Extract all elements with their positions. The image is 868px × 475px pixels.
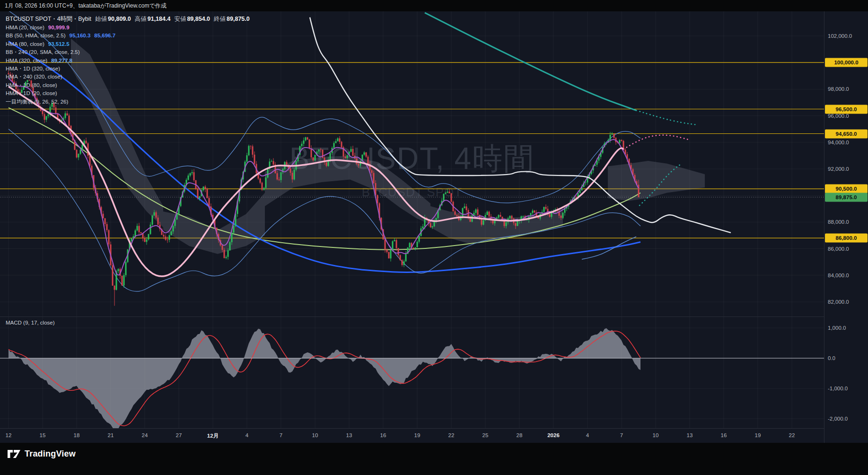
price-axis[interactable]: 102,000.0100,000.098,000.096,500.096,000…: [824, 11, 868, 443]
time-axis-label: 10: [312, 432, 318, 438]
ohlc-value: 89,854.0: [187, 16, 210, 22]
symbol-title: BTCUSDT SPOT・4時間・Bybit: [6, 16, 91, 22]
ohlc-value: 91,184.4: [148, 16, 171, 22]
tradingview-logo-text: TradingView: [25, 449, 76, 459]
legend-indicator-row[interactable]: HMA・240 (320, close): [6, 73, 250, 81]
indicator-label: HMA (20, close): [6, 25, 44, 30]
time-axis-label: 10: [653, 432, 659, 438]
tradingview-chart-window: 1月 08, 2026 16:00 UTC+9、takatabaがTrading…: [0, 0, 868, 475]
time-axis-label: 19: [414, 432, 421, 438]
price-tick-label: 94,000.0: [828, 140, 849, 145]
cloud-region: [608, 161, 705, 201]
time-axis-label: 16: [721, 432, 727, 438]
legend-indicator-row[interactable]: HMA (20, close)90,999.9: [6, 24, 250, 32]
macd-tick-label: -2,000.0: [828, 416, 848, 422]
time-axis-label: 13: [687, 432, 693, 438]
price-tick-label: 84,000.0: [828, 273, 849, 278]
indicator-value: 89,277.8: [51, 58, 72, 63]
price-tick-label: 96,000.0: [828, 113, 849, 119]
time-axis-label: 13: [346, 432, 352, 438]
legend-indicator-row[interactable]: HMA・1D (20, close): [6, 89, 250, 97]
legend-indicator-row[interactable]: BB・240 (20, SMA, close, 2.5): [6, 48, 250, 56]
legend-indicator-row[interactable]: HMA・1D (80, close): [6, 81, 250, 89]
attribution-bar: 1月 08, 2026 16:00 UTC+9、takatabaがTrading…: [0, 0, 868, 11]
time-axis-label: 22: [789, 432, 795, 438]
legend-indicator-row[interactable]: HMA (80, close)93,512.5: [6, 40, 250, 48]
tradingview-logo-icon: [8, 450, 20, 458]
tradingview-logo[interactable]: TradingView: [8, 449, 76, 459]
price-level-badge: 94,650.0: [825, 129, 868, 138]
macd-label: MACD (9, 17, close): [6, 320, 55, 325]
ohlc-label: 高値: [135, 16, 147, 22]
time-axis-label: 4: [245, 432, 248, 438]
indicator-label: HMA・1D (80, close): [6, 82, 57, 88]
time-axis-label: 15: [40, 432, 46, 438]
price-tick-label: 98,000.0: [828, 86, 849, 92]
macd-pane[interactable]: [0, 317, 824, 428]
indicator-label: HMA・1D (20, close): [6, 90, 57, 96]
legend-indicator-row[interactable]: HMA・1D (320, close): [6, 65, 250, 73]
time-axis-label: 7: [620, 432, 623, 438]
time-axis-label: 25: [482, 432, 489, 438]
indicator-label: HMA (80, close): [6, 41, 44, 47]
indicator-label: BB・240 (20, SMA, close, 2.5): [6, 49, 80, 55]
time-axis-label: 12月: [207, 432, 219, 440]
macd-legend-row[interactable]: MACD (9, 17, close): [6, 320, 55, 325]
macd-tick-label: -1,000.0: [828, 386, 848, 391]
ohlc-value: 89,875.0: [227, 16, 250, 22]
ohlc-label: 終値: [214, 16, 226, 22]
indicator-label: HMA (320, close): [6, 58, 47, 63]
legend-indicator-row[interactable]: 一目均衡表 (9, 26, 52, 26): [6, 98, 250, 106]
indicator-label: BB (50, HMA, close, 2.5): [6, 33, 66, 38]
price-tick-label: 82,000.0: [828, 299, 849, 305]
indicator-value: 85,696.7: [94, 33, 115, 38]
price-tick-label: 88,000.0: [828, 219, 849, 225]
time-axis-label: 4: [586, 432, 589, 438]
price-level-badge: 96,500.0: [825, 105, 868, 114]
indicator-value: 95,160.3: [70, 33, 91, 38]
ohlc-value: 90,809.0: [108, 16, 131, 22]
macd-area: [9, 328, 640, 428]
price-level-badge: 86,800.0: [825, 234, 868, 243]
time-axis-label: 28: [517, 432, 523, 438]
chart-area[interactable]: BTCUSDT, 4時間 BTCUSDT SPOT 12151821242712…: [0, 11, 868, 443]
time-axis-label: 12: [6, 432, 12, 438]
ohlc-label: 安値: [174, 16, 186, 22]
time-axis-label: 16: [380, 432, 386, 438]
indicator-label: HMA・1D (320, close): [6, 66, 60, 71]
teal-downtrend-line: [425, 13, 636, 111]
bb-lower-band-line: [9, 129, 640, 291]
ohlc-label: 始値: [95, 16, 107, 22]
bottom-toolbar: TradingView: [0, 443, 868, 475]
legend-indicator-row[interactable]: BB (50, HMA, close, 2.5)95,160.385,696.7: [6, 32, 250, 40]
legend-indicator-row[interactable]: HMA (320, close)89,277.8: [6, 57, 250, 65]
macd-tick-label: 0.0: [828, 355, 835, 361]
last-price-badge: 89,875.0: [825, 193, 868, 202]
teal-downtrend-projection-line: [636, 110, 696, 124]
time-axis-label: 7: [280, 432, 282, 438]
macd-tick-label: 1,000.0: [828, 325, 846, 331]
time-axis-label: 19: [755, 432, 761, 438]
time-axis-label: 24: [142, 432, 148, 438]
time-axis-label: 27: [176, 432, 182, 438]
time-axis-label: 21: [108, 432, 114, 438]
indicator-value: 90,999.9: [48, 25, 70, 30]
indicator-legend: BTCUSDT SPOT・4時間・Bybit始値90,809.0高値91,184…: [6, 15, 250, 106]
attribution-text: 1月 08, 2026 16:00 UTC+9、takatabaがTrading…: [5, 2, 167, 9]
indicator-label: HMA・240 (320, close): [6, 74, 62, 79]
time-axis-label: 2026: [547, 432, 560, 438]
time-axis-label: 22: [448, 432, 455, 438]
price-tick-label: 86,000.0: [828, 246, 849, 252]
time-axis[interactable]: 12151821242712月4710131619222528202647101…: [0, 428, 824, 443]
price-level-badge: 100,000.0: [825, 58, 868, 67]
price-tick-label: 102,000.0: [828, 33, 852, 39]
time-axis-label: 18: [74, 432, 80, 438]
indicator-label: 一目均衡表 (9, 26, 52, 26): [6, 99, 68, 105]
legend-symbol-row[interactable]: BTCUSDT SPOT・4時間・Bybit始値90,809.0高値91,184…: [6, 15, 250, 24]
indicator-value: 93,512.5: [48, 41, 70, 47]
white-daily-ma-line: [310, 18, 731, 233]
price-tick-label: 92,000.0: [828, 166, 849, 172]
price-level-badge: 90,500.0: [825, 185, 868, 194]
